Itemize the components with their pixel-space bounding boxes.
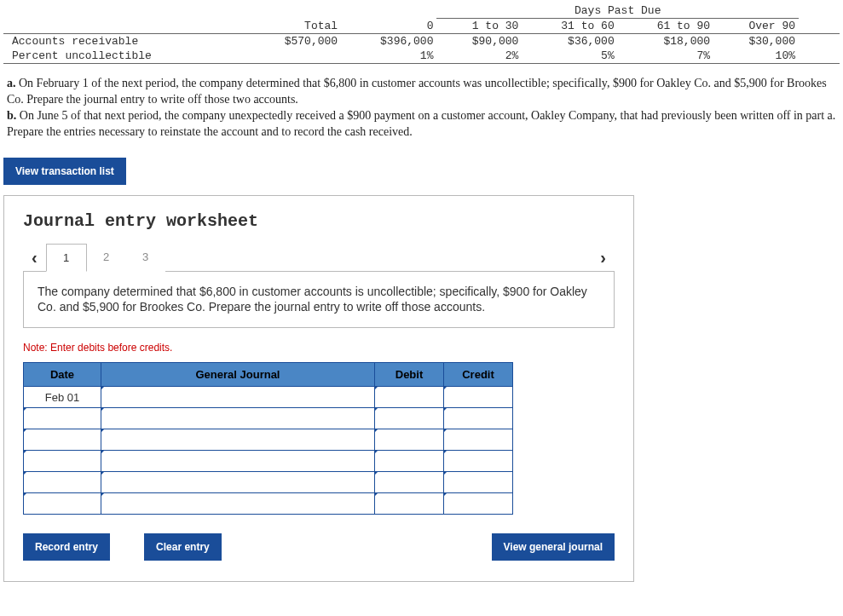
tab-3[interactable]: 3 — [126, 244, 165, 272]
part-b-label: b. — [7, 109, 16, 122]
header-debit: Debit — [375, 363, 444, 387]
prev-arrow-icon[interactable]: ‹ — [23, 243, 46, 271]
next-arrow-icon[interactable]: › — [592, 243, 615, 271]
header-credit: Credit — [444, 363, 513, 387]
record-entry-button[interactable]: Record entry — [23, 533, 110, 561]
aging-schedule: Days Past Due Total 0 1 to 30 31 to 60 6… — [3, 3, 840, 64]
col-over90: Over 90 — [713, 19, 799, 34]
part-a-label: a. — [7, 77, 16, 89]
row-ar-label: Accounts receivable — [3, 34, 245, 49]
instruction-box: The company determined that $6,800 in cu… — [23, 271, 615, 329]
question-text: a. On February 1 of the next period, the… — [7, 76, 836, 141]
table-row — [24, 493, 513, 515]
clear-entry-button[interactable]: Clear entry — [144, 533, 222, 561]
tab-2[interactable]: 2 — [87, 244, 126, 272]
table-row — [24, 429, 513, 451]
col-0: 0 — [341, 19, 436, 34]
col-61to90: 61 to 90 — [618, 19, 713, 34]
tab-row: ‹ 1 2 3 › — [23, 243, 615, 271]
aging-super-header: Days Past Due — [436, 3, 799, 19]
table-row — [24, 408, 513, 429]
credit-cell[interactable] — [444, 387, 513, 408]
journal-entry-table: Date General Journal Debit Credit Feb 01 — [23, 362, 513, 515]
journal-entry-worksheet: Journal entry worksheet ‹ 1 2 3 › The co… — [3, 195, 634, 583]
table-row — [24, 472, 513, 493]
view-general-journal-button[interactable]: View general journal — [492, 533, 615, 561]
view-transaction-list-button[interactable]: View transaction list — [3, 158, 126, 185]
row-pct-label: Percent uncollectible — [3, 49, 245, 63]
table-row — [24, 451, 513, 472]
col-31to60: 31 to 60 — [522, 19, 617, 34]
note-text: Note: Enter debits before credits. — [23, 342, 615, 354]
tab-1[interactable]: 1 — [46, 244, 87, 272]
col-total: Total — [245, 19, 341, 34]
date-cell[interactable]: Feb 01 — [24, 387, 101, 408]
col-1to30: 1 to 30 — [436, 19, 522, 34]
worksheet-title: Journal entry worksheet — [23, 211, 615, 231]
header-date: Date — [24, 363, 101, 387]
table-row: Feb 01 — [24, 387, 513, 408]
debit-cell[interactable] — [375, 387, 444, 408]
header-general-journal: General Journal — [101, 363, 375, 387]
aging-table: Days Past Due Total 0 1 to 30 31 to 60 6… — [3, 3, 840, 63]
gj-cell[interactable] — [101, 387, 375, 408]
